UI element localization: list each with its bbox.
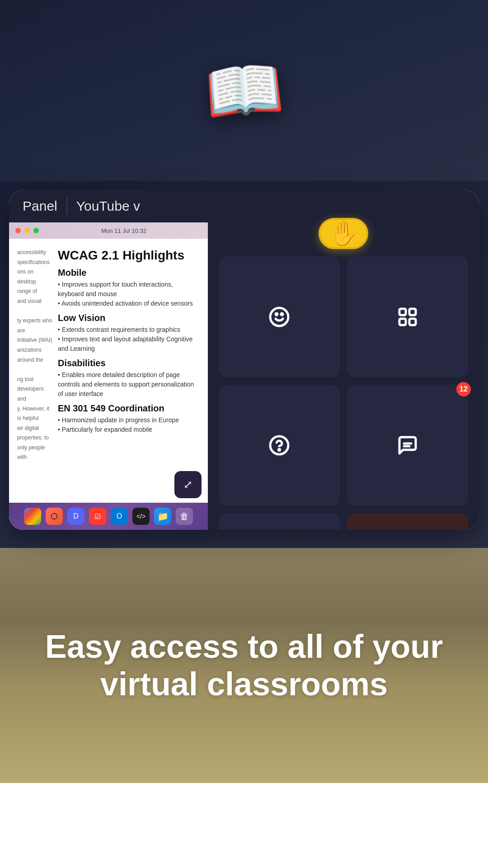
mac-doc-content: accessibility specifications ons on desk… xyxy=(9,239,208,503)
dock-todo[interactable]: ☑ xyxy=(89,508,106,525)
left-panel: Mon 11 Jul 10:32 accessibility specifica… xyxy=(9,222,208,530)
mac-dock: ⬡ D ☑ O </> 📁 🗑 xyxy=(9,503,208,530)
expand-icon: ⤢ xyxy=(183,478,192,491)
dock-trash[interactable]: 🗑 xyxy=(176,508,193,525)
doc-main: WCAG 2.1 Highlights Mobile • Improves su… xyxy=(58,248,200,464)
section-en-text: • Harmonized update in progress in Europ… xyxy=(58,415,200,434)
card-body: Mon 11 Jul 10:32 accessibility specifica… xyxy=(9,222,479,530)
right-panel: ✋ xyxy=(208,222,479,530)
hand-icon: ✋ xyxy=(329,220,358,247)
doc-sidebar: accessibility specifications ons on desk… xyxy=(17,248,53,464)
svg-rect-5 xyxy=(399,319,406,325)
chat-badge: 12 xyxy=(456,382,471,396)
maximize-dot[interactable] xyxy=(33,228,39,233)
bottom-section: Easy access to all of your virtual class… xyxy=(0,548,488,783)
dock-discord[interactable]: D xyxy=(67,508,84,525)
mac-titlebar: Mon 11 Jul 10:32 xyxy=(9,222,208,239)
card-section: Panel YouTube v Mon 11 Jul 10:32 xyxy=(0,181,488,548)
dock-multi[interactable]: ⬡ xyxy=(46,508,63,525)
svg-rect-6 xyxy=(409,319,416,325)
headline-line1: Easy access to all of your xyxy=(45,628,443,665)
doc-title: WCAG 2.1 Highlights xyxy=(58,248,200,263)
headline-line2: virtual classrooms xyxy=(100,666,388,702)
layout-button[interactable] xyxy=(347,256,468,377)
section-vision-text: • Extends contrast requirements to graph… xyxy=(58,325,200,354)
smiley-icon xyxy=(268,306,290,328)
dock-outlook[interactable]: O xyxy=(111,508,128,525)
reaction-button[interactable] xyxy=(219,256,340,377)
more-button[interactable] xyxy=(219,513,340,530)
book-icon: 📖 xyxy=(202,50,287,131)
section-disabilities-heading: Disabilities xyxy=(58,358,200,368)
tab-panel[interactable]: Panel xyxy=(23,198,57,214)
question-icon xyxy=(268,434,290,456)
raise-hand-button[interactable]: ✋ xyxy=(319,218,368,249)
svg-rect-4 xyxy=(409,309,416,315)
sidebar-text: accessibility specifications ons on desk… xyxy=(17,248,53,462)
section-disabilities-text: • Enables more detailed description of p… xyxy=(58,370,200,399)
bottom-headline: Easy access to all of your virtual class… xyxy=(45,628,443,703)
dock-finder[interactable]: 📁 xyxy=(154,508,171,525)
titlebar-time: Mon 11 Jul 10:32 xyxy=(46,227,202,234)
expand-button[interactable]: ⤢ xyxy=(174,471,202,498)
main-card: Panel YouTube v Mon 11 Jul 10:32 xyxy=(9,190,479,530)
svg-point-7 xyxy=(278,449,280,450)
section-vision-heading: Low Vision xyxy=(58,313,200,323)
dock-code[interactable]: </> xyxy=(132,508,150,525)
tab-divider xyxy=(66,198,67,214)
section-mobile-text: • Improves support for touch interaction… xyxy=(58,280,200,308)
section-en-heading: EN 301 549 Coordination xyxy=(58,403,200,414)
svg-rect-3 xyxy=(399,309,406,315)
grid-icon xyxy=(397,306,418,328)
tab-bar: Panel YouTube v xyxy=(9,190,479,222)
mac-screenshot: Mon 11 Jul 10:32 accessibility specifica… xyxy=(9,222,208,530)
top-section: 📖 xyxy=(0,0,488,181)
close-dot[interactable] xyxy=(15,228,21,233)
tab-youtube[interactable]: YouTube v xyxy=(76,198,140,214)
help-button[interactable] xyxy=(219,385,340,506)
svg-point-1 xyxy=(276,313,277,315)
minimize-dot[interactable] xyxy=(24,228,30,233)
chat-icon xyxy=(397,434,418,456)
section-mobile-heading: Mobile xyxy=(58,268,200,278)
svg-point-0 xyxy=(270,308,288,326)
svg-point-2 xyxy=(281,313,283,315)
chat-button[interactable]: 12 xyxy=(347,385,468,506)
leave-button[interactable] xyxy=(347,513,468,530)
dock-chrome[interactable] xyxy=(24,508,41,525)
control-button-grid: 12 xyxy=(219,256,468,530)
